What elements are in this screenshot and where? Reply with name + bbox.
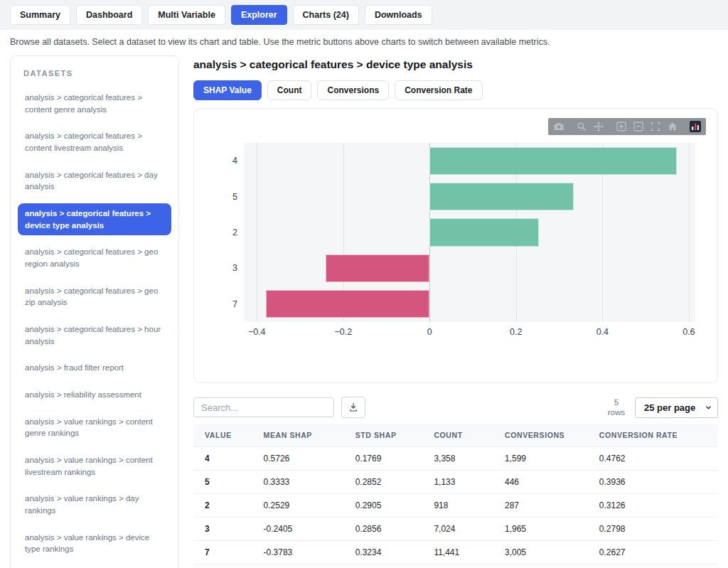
tab-multi-variable[interactable]: Multi Variable: [148, 5, 225, 25]
plotly-modebar: [548, 118, 706, 135]
table-cell: 0.2798: [592, 518, 718, 541]
metric-button-shap-value[interactable]: SHAP Value: [193, 80, 262, 100]
table-controls: 5 rows 25 per page: [193, 397, 718, 418]
sidebar-item-device-type-analysis[interactable]: analysis > categorical features > device…: [18, 203, 171, 235]
chart-card: −0.4−0.200.20.40.645237: [193, 108, 718, 383]
sidebar-item-device-type-rankings[interactable]: analysis > value rankings > device type …: [18, 527, 171, 559]
sidebar-item-content-genre-analysis[interactable]: analysis > categorical features > conten…: [18, 87, 171, 119]
table-cell: 0.3234: [348, 541, 427, 564]
sidebar-item-day-rankings[interactable]: analysis > value rankings > day rankings: [18, 488, 171, 520]
table-row: 40.57260.17693,3581,5990.4762: [193, 447, 718, 471]
x-tick-label: 0.2: [510, 327, 522, 337]
table-cell: 2: [193, 494, 257, 518]
table-cell: 0.3936: [592, 471, 718, 494]
table-cell: 11,441: [427, 541, 498, 564]
metric-button-count[interactable]: Count: [267, 80, 312, 100]
tab-dashboard[interactable]: Dashboard: [76, 5, 142, 25]
table-cell: 1,965: [498, 518, 592, 541]
x-tick-label: −0.2: [334, 327, 352, 337]
sidebar-item-day-analysis[interactable]: analysis > categorical features > day an…: [18, 165, 171, 197]
bar-category-7: [266, 290, 429, 318]
column-header-std-shap: STD SHAP: [348, 424, 427, 447]
tab-explorer[interactable]: Explorer: [231, 5, 287, 25]
zoom-out-icon[interactable]: [633, 121, 644, 132]
camera-icon[interactable]: [553, 121, 564, 132]
sidebar-item-geo-region-analysis[interactable]: analysis > categorical features > geo re…: [18, 242, 171, 274]
metric-button-conversions[interactable]: Conversions: [317, 80, 389, 100]
gridline: [689, 143, 690, 322]
table-controls-right: 5 rows 25 per page: [608, 397, 718, 418]
table-cell: 0.3333: [257, 471, 348, 494]
rows-count: 5: [608, 397, 625, 407]
metric-button-conversion-rate[interactable]: Conversion Rate: [395, 80, 482, 100]
x-tick-label: 0.6: [682, 327, 695, 337]
table-cell: 446: [498, 471, 592, 494]
table-cell: 287: [498, 494, 592, 518]
y-tick-label: 2: [201, 227, 244, 237]
dataset-table: VALUEMEAN SHAPSTD SHAPCOUNTCONVERSIONSCO…: [193, 424, 718, 564]
table-cell: 7,024: [427, 518, 498, 541]
x-tick-label: −0.4: [248, 327, 266, 337]
table-cell: 1,133: [427, 471, 498, 494]
search-input[interactable]: [193, 397, 334, 417]
y-tick-label: 7: [201, 299, 244, 309]
y-tick-label: 5: [201, 192, 244, 202]
tab-summary[interactable]: Summary: [10, 5, 70, 25]
download-csv-button[interactable]: [341, 397, 365, 418]
table-cell: 918: [427, 494, 498, 518]
bar-category-5: [429, 183, 574, 210]
datasets-sidebar: DATASETS analysis > categorical features…: [10, 55, 179, 568]
datasets-heading: DATASETS: [23, 69, 171, 77]
zoom-icon[interactable]: [576, 121, 587, 132]
table-cell: 3: [193, 518, 257, 541]
table-cell: 3,005: [498, 541, 592, 564]
home-icon[interactable]: [667, 121, 678, 132]
sidebar-item-content-genre-rankings[interactable]: analysis > value rankings > content genr…: [18, 412, 171, 444]
sidebar-item-reliability-assessment[interactable]: analysis > reliability assessment: [18, 385, 171, 405]
pan-icon[interactable]: [593, 121, 604, 132]
bar-category-4: [429, 147, 677, 175]
plotly-logo-icon[interactable]: [690, 121, 701, 132]
per-page-select-wrap: 25 per page: [635, 397, 718, 418]
per-page-select[interactable]: 25 per page: [635, 397, 718, 418]
table-cell: 0.4762: [592, 447, 718, 471]
table-row: 3-0.24050.28567,0241,9650.2798: [193, 518, 718, 541]
y-tick-label: 3: [201, 263, 244, 273]
gridline: [257, 143, 257, 322]
sidebar-item-hour-analysis[interactable]: analysis > categorical features > hour a…: [18, 319, 171, 351]
column-header-conversions: CONVERSIONS: [498, 424, 592, 447]
bar-category-2: [429, 218, 539, 246]
sidebar-item-content-livestream-analysis[interactable]: analysis > categorical features > conten…: [18, 126, 171, 158]
tab-downloads[interactable]: Downloads: [365, 5, 432, 25]
table-cell: 0.2905: [348, 494, 427, 518]
sidebar-item-fraud-filter-report[interactable]: analysis > fraud filter report: [18, 358, 171, 378]
bar-chart-plot-area: −0.4−0.200.20.40.645237: [244, 143, 695, 322]
dataset-list: analysis > categorical features > conten…: [18, 87, 171, 568]
table-cell: 0.2856: [348, 518, 427, 541]
page-title: analysis > categorical features > device…: [193, 58, 718, 71]
column-header-value: VALUE: [193, 424, 257, 447]
zoom-in-icon[interactable]: [616, 121, 627, 132]
content: DATASETS analysis > categorical features…: [0, 55, 728, 568]
column-header-conversion-rate: CONVERSION RATE: [592, 424, 718, 447]
table-cell: 0.2852: [348, 471, 427, 494]
table-cell: 0.3126: [592, 494, 718, 518]
table-header-row: VALUEMEAN SHAPSTD SHAPCOUNTCONVERSIONSCO…: [193, 424, 718, 447]
y-tick-label: 4: [201, 156, 244, 166]
table-cell: 1,599: [498, 447, 592, 471]
x-tick-label: 0: [427, 327, 432, 337]
main-panel: analysis > categorical features > device…: [193, 55, 718, 564]
table-cell: 4: [193, 447, 257, 471]
tab-charts-24[interactable]: Charts (24): [293, 5, 359, 25]
table-cell: -0.3783: [257, 541, 348, 564]
table-cell: 0.2529: [257, 494, 348, 518]
download-icon: [348, 402, 358, 412]
rows-label: rows: [608, 407, 625, 417]
sidebar-item-geo-zip-analysis[interactable]: analysis > categorical features > geo zi…: [18, 281, 171, 313]
column-header-mean-shap: MEAN SHAP: [257, 424, 348, 447]
table-cell: 3,358: [427, 447, 498, 471]
table-cell: 0.1769: [348, 447, 427, 471]
table-row: 7-0.37830.323411,4413,0050.2627: [193, 541, 718, 564]
sidebar-item-content-livestream-rankings[interactable]: analysis > value rankings > content live…: [18, 450, 171, 482]
autoscale-icon[interactable]: [650, 121, 661, 132]
